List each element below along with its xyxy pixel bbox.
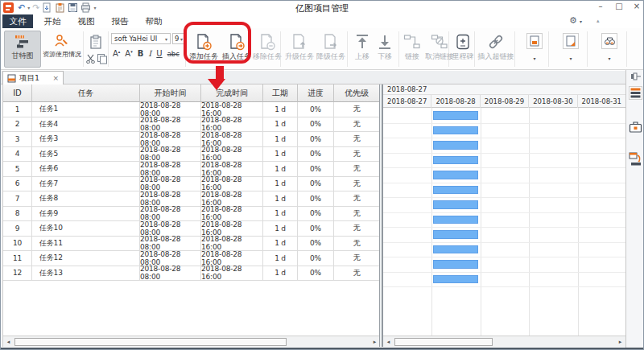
table-cell[interactable]: 任务6 [32,162,140,177]
table-cell[interactable]: 无 [334,177,380,192]
gantt-bar[interactable] [433,230,477,239]
task-style-dropdown[interactable] [526,33,543,49]
maximize-button[interactable]: □ [613,2,625,10]
table-cell[interactable]: 2018-08-28 16:00 [201,177,263,192]
table-cell[interactable]: 2 [3,117,32,133]
toolbox-icon[interactable] [629,120,642,134]
table-cell[interactable]: 1 d [263,207,298,222]
demote-task-button[interactable]: 降级任务 [315,31,347,68]
table-cell[interactable]: 1 d [263,266,298,282]
table-cell[interactable]: 无 [334,162,380,177]
gantt-hscrollbar[interactable]: ◂ ▸ [383,336,625,347]
table-cell[interactable]: 12 [3,266,32,282]
scroll-thumb[interactable] [394,338,493,346]
table-cell[interactable]: 无 [334,117,380,133]
column-header[interactable]: 任务 [32,84,140,102]
table-row[interactable]: 6任务72018-08-28 08:002018-08-28 16:001 d0… [3,177,380,192]
table-cell[interactable]: 9 [3,221,32,237]
table-cell[interactable]: 2018-08-28 08:00 [140,251,201,266]
table-cell[interactable]: 0% [298,207,334,222]
scroll-thumb[interactable] [14,338,287,346]
table-cell[interactable]: 1 d [263,251,298,266]
table-cell[interactable]: 2018-08-28 16:00 [201,102,263,117]
table-row[interactable]: 11任务122018-08-28 08:002018-08-28 16:001 … [3,251,380,266]
table-cell[interactable]: 无 [334,147,380,163]
tab-project1[interactable]: 项目1 × [2,71,64,84]
table-cell[interactable]: 任务9 [32,207,140,222]
table-cell[interactable]: 5 [3,162,32,177]
table-cell[interactable]: 1 d [263,147,298,163]
table-cell[interactable]: 2018-08-28 16:00 [201,162,263,177]
gantt-bar[interactable] [433,216,477,224]
table-cell[interactable]: 2018-08-28 08:00 [140,191,201,207]
menu-file[interactable]: 文件 [2,14,33,28]
find-dropdown[interactable] [601,33,617,49]
gantt-bar[interactable] [433,126,477,135]
table-cell[interactable]: 任务5 [32,147,140,163]
menu-report[interactable]: 报告 [105,14,134,28]
gantt-bar[interactable] [433,141,477,150]
table-cell[interactable]: 无 [334,207,380,222]
table-cell[interactable]: 1 d [263,102,298,117]
table-cell[interactable]: 无 [334,221,380,237]
minimize-button[interactable]: – [594,2,607,10]
table-cell[interactable]: 2018-08-28 08:00 [140,117,201,133]
remove-task-button[interactable]: 移除任务 [253,31,282,68]
strikethrough-button[interactable]: abc [167,50,180,58]
scroll-left-icon[interactable]: ◂ [3,337,14,347]
scroll-right-icon[interactable]: ▸ [615,337,625,347]
table-cell[interactable]: 2018-08-28 16:00 [201,132,263,147]
table-hscrollbar[interactable]: ◂ ▸ [3,336,380,347]
table-row[interactable]: 8任务92018-08-28 08:002018-08-28 16:001 d0… [3,207,380,222]
table-cell[interactable]: 无 [334,191,380,207]
gantt-bar[interactable] [433,260,477,269]
tab-close-icon[interactable]: × [52,74,59,82]
table-cell[interactable]: 无 [334,266,380,282]
table-cell[interactable]: 2018-08-28 08:00 [140,221,201,237]
insert-hyperlink-button[interactable]: 插入超链接 [477,31,514,68]
table-cell[interactable]: 2018-08-28 16:00 [201,251,263,266]
column-header[interactable]: 工期 [263,84,298,102]
column-header[interactable]: 进度 [298,84,334,102]
gantt-bar[interactable] [433,171,477,179]
table-cell[interactable]: 2018-08-28 08:00 [140,177,201,192]
table-cell[interactable]: 2018-08-28 16:00 [201,147,263,163]
table-cell[interactable]: 1 d [263,221,298,237]
table-cell[interactable]: 无 [334,132,380,147]
assign-task-icon[interactable] [629,152,642,166]
promote-task-button[interactable]: 升级任务 [283,31,316,68]
table-cell[interactable]: 10 [3,237,32,252]
gantt-bar[interactable] [433,245,477,254]
table-row[interactable]: 12任务132018-08-28 08:002018-08-28 16:001 … [3,266,380,282]
gantt-bar[interactable] [433,275,477,284]
table-cell[interactable]: 任务7 [32,177,140,192]
cut-icon[interactable] [85,53,96,64]
table-cell[interactable]: 2018-08-28 16:00 [201,221,263,237]
table-cell[interactable]: 2018-08-28 16:00 [201,266,263,282]
table-cell[interactable]: 2018-08-28 08:00 [140,266,201,282]
table-cell[interactable]: 无 [334,251,380,266]
table-cell[interactable]: 0% [298,191,334,207]
table-cell[interactable]: 2018-08-28 08:00 [140,237,201,252]
table-cell[interactable]: 2018-08-28 08:00 [140,132,201,147]
table-cell[interactable]: 7 [3,191,32,207]
table-cell[interactable]: 0% [298,117,334,133]
link-button[interactable]: 链接 [401,31,423,68]
table-cell[interactable]: 0% [298,266,334,282]
table-cell[interactable]: 11 [3,251,32,266]
table-cell[interactable]: 2018-08-28 08:00 [140,102,201,117]
gear-caret-icon[interactable]: ▾ [580,19,582,24]
table-cell[interactable]: 1 [3,102,32,117]
table-cell[interactable]: 2018-08-28 08:00 [140,162,201,177]
table-cell[interactable]: 4 [3,147,32,163]
table-row[interactable]: 7任务82018-08-28 08:002018-08-28 16:001 d0… [3,191,380,207]
gantt-bar[interactable] [433,156,477,165]
move-down-button[interactable]: 下移 [374,31,395,68]
table-row[interactable]: 1任务12018-08-28 08:002018-08-28 16:001 d0… [3,102,380,117]
table-cell[interactable]: 任务11 [32,237,140,252]
font-decrease-button[interactable]: A▾ [125,49,132,58]
table-cell[interactable]: 无 [334,237,380,252]
chevron-down-icon[interactable]: ▾ [526,56,543,61]
table-row[interactable]: 10任务112018-08-28 08:002018-08-28 16:001 … [3,237,380,252]
table-cell[interactable]: 2018-08-28 16:00 [201,207,263,222]
